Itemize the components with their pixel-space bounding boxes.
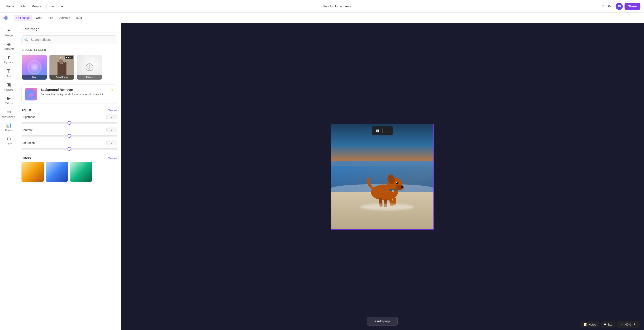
videos-icon: ▶ [7, 95, 10, 101]
bg-remover-text: Background Remover Remove the background… [40, 88, 104, 96]
charts-icon: 📊 [6, 122, 12, 128]
edit-image-button[interactable]: Edit image [14, 15, 32, 21]
filters-title: Filters [22, 156, 31, 160]
splash [360, 204, 414, 210]
dog-scene [332, 124, 434, 229]
blur-circle [28, 61, 41, 74]
duration-button[interactable]: 5.0s [74, 15, 84, 21]
doc-title: How to blur in canva [323, 5, 351, 8]
sidebar-item-videos-label: Videos [5, 102, 12, 104]
text-icon: T [8, 68, 10, 74]
sidebar-item-videos[interactable]: ▶ Videos [1, 94, 17, 106]
filter-thumb-3[interactable] [70, 162, 92, 182]
toolbar-right: ⏱ 5.0s JB Share [600, 3, 640, 10]
color-picker[interactable] [4, 16, 8, 20]
uploads-icon: ⬆ [7, 55, 11, 60]
effect-autofocus[interactable]: BETA Auto Focus [49, 54, 75, 80]
notes-button[interactable]: 📝 Notes [580, 321, 599, 327]
bottom-bar: 📝 Notes 1/1 − 40% + [121, 319, 644, 330]
filters-svg-icon [85, 63, 94, 72]
edit-panel-header: Edit image [18, 23, 120, 33]
sidebar-item-design[interactable]: ✦ Design [1, 26, 17, 39]
edit-panel: Edit image 🔍 Recently used Blur [18, 23, 121, 330]
share-button[interactable]: Share [624, 3, 640, 10]
adjust-section: Adjust See all Brightness Contrast [18, 106, 120, 154]
home-button[interactable]: Home [4, 3, 16, 10]
sidebar-item-projects[interactable]: ▣ Projects [1, 80, 17, 93]
logos-icon: ⬡ [7, 136, 11, 141]
contrast-value[interactable] [106, 127, 117, 132]
bg-remover-card[interactable]: Background Remover Remove the background… [22, 85, 117, 104]
crop-button[interactable]: Crop [34, 15, 44, 21]
sidebar-item-elements-label: Elements [4, 48, 14, 50]
zoom-control: − 40% + [617, 321, 640, 328]
sidebar-item-uploads-label: Uploads [4, 61, 13, 64]
adjust-header: Adjust See all [22, 108, 117, 112]
sidebar-item-logos[interactable]: ⬡ Logos [1, 134, 17, 147]
recently-used-label: Recently used [18, 47, 120, 53]
effect-blur[interactable]: Blur [22, 54, 47, 80]
saturation-label: Saturation [22, 141, 35, 145]
zoom-value: 40% [625, 323, 631, 326]
brightness-label: Brightness [22, 115, 35, 119]
filters-section: Filters See all [18, 154, 120, 184]
redo-button[interactable]: ↪ [58, 3, 65, 10]
autofocus-circle [59, 57, 65, 64]
sidebar-item-text[interactable]: T Text [1, 66, 17, 79]
brightness-range[interactable] [22, 122, 117, 123]
page-dot-1 [604, 323, 606, 325]
filters-header: Filters See all [22, 156, 117, 160]
page-number: 1/1 [608, 323, 612, 326]
canvas-wrapper: 🗑 ⋯ [331, 124, 434, 230]
timer-button[interactable]: ⏱ 5.0s [600, 3, 614, 10]
brightness-value[interactable] [106, 115, 117, 119]
popup-trash-button[interactable]: 🗑 [375, 127, 381, 134]
search-input[interactable] [22, 35, 117, 44]
contrast-label-row: Contrast [22, 127, 117, 132]
flip-button[interactable]: Flip [46, 15, 56, 21]
notes-label: Notes [588, 323, 596, 326]
saturation-label-row: Saturation [22, 140, 117, 145]
sidebar-item-charts[interactable]: 📊 Charts [1, 121, 17, 133]
image-popup: 🗑 ⋯ [372, 126, 393, 135]
saturation-range[interactable] [22, 148, 117, 149]
elements-icon: ◈ [7, 41, 10, 47]
svg-point-11 [396, 182, 398, 184]
contrast-slider-row: Contrast [22, 127, 117, 137]
notes-icon: 📝 [584, 323, 587, 326]
animate-button[interactable]: Animate [57, 15, 72, 21]
resize-button[interactable]: Resize [30, 3, 44, 10]
zoom-in-button[interactable]: + [632, 322, 637, 326]
effect-filters[interactable]: Filters [76, 54, 102, 80]
contrast-range[interactable] [22, 135, 117, 136]
sidebar-item-elements[interactable]: ◈ Elements [1, 40, 17, 52]
toolbar-sep-2 [11, 15, 11, 21]
filter-thumb-2[interactable] [46, 162, 68, 182]
canvas-image[interactable]: 🗑 ⋯ [331, 124, 434, 230]
filter-thumb-1[interactable] [22, 162, 44, 182]
sidebar-item-uploads[interactable]: ⬆ Uploads [1, 53, 17, 65]
canvas-area: 🗑 ⋯ + Add page 📝 Notes 1/1 − 40 [121, 23, 644, 330]
toolbar-center: How to blur in canva [78, 5, 597, 8]
brightness-label-row: Brightness [22, 115, 117, 119]
bg-remover-title: Background Remover [40, 88, 104, 91]
sidebar-item-charts-label: Charts [5, 129, 12, 131]
page-dots [604, 323, 606, 325]
undo-button[interactable]: ↩ [49, 3, 56, 10]
page-indicator: 1/1 [601, 321, 615, 327]
projects-icon: ▣ [7, 82, 11, 87]
saturation-slider-row: Saturation [22, 140, 117, 150]
file-button[interactable]: File [18, 3, 28, 10]
popup-sep [382, 128, 383, 133]
adjust-title: Adjust [22, 108, 31, 112]
avatar[interactable]: JB [616, 3, 623, 10]
more-button[interactable]: ⋯ [67, 3, 75, 10]
sidebar-item-background[interactable]: ▭ Background [1, 107, 17, 120]
popup-more-button[interactable]: ⋯ [384, 127, 390, 134]
saturation-value[interactable] [106, 140, 117, 145]
filters-see-all[interactable]: See all [108, 156, 117, 160]
adjust-see-all[interactable]: See all [108, 108, 117, 112]
bg-remover-description: Remove the background of your image with… [40, 92, 104, 96]
zoom-out-button[interactable]: − [619, 322, 624, 326]
toolbar-left: Home File Resize ↩ ↪ ⋯ [4, 3, 75, 10]
